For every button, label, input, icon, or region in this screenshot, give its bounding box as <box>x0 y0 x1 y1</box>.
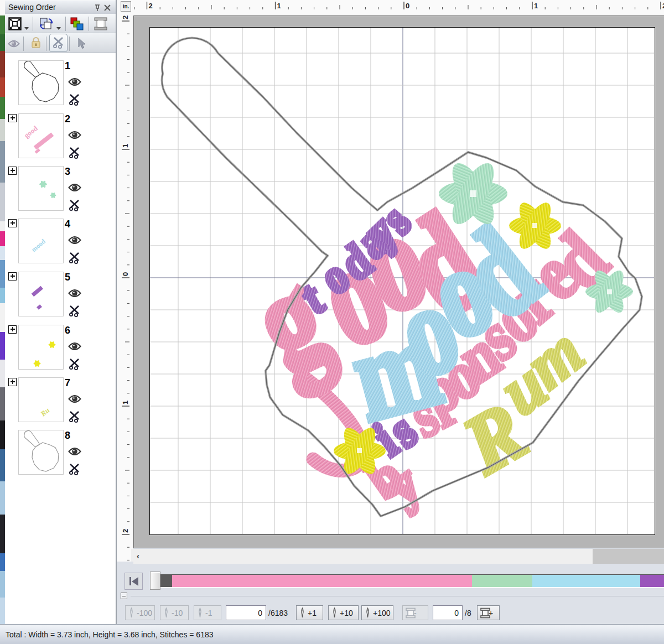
svg-text:good: good <box>23 124 40 140</box>
svg-text:2: 2 <box>121 15 129 19</box>
svg-text:1: 1 <box>277 2 281 10</box>
svg-text:2: 2 <box>121 529 129 533</box>
svg-text:0: 0 <box>406 2 409 10</box>
svg-text:2: 2 <box>149 2 153 10</box>
svg-text:0: 0 <box>121 272 129 276</box>
svg-text:1: 1 <box>534 2 538 10</box>
svg-text:1: 1 <box>121 144 129 148</box>
svg-text:Ru: Ru <box>39 406 51 418</box>
svg-text:mood: mood <box>30 237 47 253</box>
svg-text:1: 1 <box>121 401 129 404</box>
